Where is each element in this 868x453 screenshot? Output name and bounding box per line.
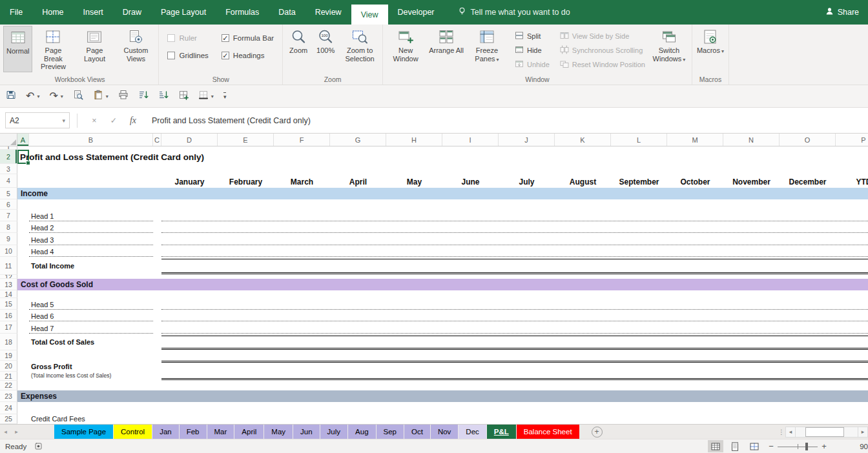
sheet-tab-sample-page[interactable]: Sample Page bbox=[54, 425, 113, 439]
row-cells-22[interactable] bbox=[17, 381, 868, 390]
row-header-17[interactable]: 17 bbox=[0, 321, 17, 334]
row-header-24[interactable]: 24 bbox=[0, 402, 17, 414]
insert-function-icon[interactable]: fx bbox=[123, 116, 143, 126]
column-header-n[interactable]: N bbox=[723, 134, 780, 146]
zoom-percent-label[interactable]: 90 bbox=[851, 443, 868, 450]
customize-quick-access-toolbar-button[interactable]: ▾ bbox=[223, 92, 227, 100]
tab-scrollbar-splitter[interactable]: ⋮ bbox=[778, 425, 785, 439]
sheet-tab-may[interactable]: May bbox=[264, 425, 293, 439]
zoom-out-icon[interactable]: − bbox=[766, 441, 776, 451]
row-cells-20[interactable]: Gross Profit bbox=[17, 361, 868, 372]
row-header-5[interactable]: 5 bbox=[0, 188, 17, 199]
new-window-button[interactable]: New Window bbox=[385, 26, 426, 72]
enter-icon[interactable]: ✓ bbox=[104, 116, 123, 125]
ribbon-tab-data[interactable]: Data bbox=[269, 0, 305, 25]
select-all-corner[interactable] bbox=[0, 134, 17, 146]
sheet-nav-left-icon[interactable]: ◂ bbox=[0, 425, 11, 439]
page-break-preview-button[interactable]: Page Break Preview bbox=[32, 26, 74, 72]
arrange-all-button[interactable]: Arrange All bbox=[426, 26, 466, 72]
column-header-g[interactable]: G bbox=[330, 134, 386, 146]
row-cells-6[interactable] bbox=[17, 199, 868, 210]
column-header-e[interactable]: E bbox=[218, 134, 274, 146]
tell-me-box[interactable]: Tell me what you want to do bbox=[457, 0, 570, 25]
row-header-19[interactable]: 19 bbox=[0, 350, 17, 361]
sheet-tab-balance-sheet[interactable]: Balance Sheet bbox=[517, 425, 579, 439]
zoom-slider-thumb[interactable] bbox=[805, 443, 808, 450]
row-cells-5[interactable]: Income bbox=[17, 188, 868, 199]
row-header-15[interactable]: 15 bbox=[0, 298, 17, 310]
normal-view-button[interactable] bbox=[708, 440, 723, 452]
row-cells-15[interactable]: Head 5 bbox=[17, 298, 868, 310]
sheet-tab-mar[interactable]: Mar bbox=[207, 425, 234, 439]
row-cells-3[interactable] bbox=[17, 164, 868, 174]
zoom-slider[interactable] bbox=[778, 442, 818, 451]
row-header-3[interactable]: 3 bbox=[0, 164, 17, 174]
row-header-16[interactable]: 16 bbox=[0, 310, 17, 321]
ribbon-tab-home[interactable]: Home bbox=[32, 0, 73, 25]
macro-record-icon[interactable] bbox=[34, 442, 43, 450]
sheet-tab-feb[interactable]: Feb bbox=[180, 425, 207, 439]
page-layout-button[interactable]: Page Layout bbox=[74, 26, 115, 72]
page-layout-view-button[interactable] bbox=[727, 440, 743, 452]
row-cells-9[interactable]: Head 3 bbox=[17, 233, 868, 245]
row-cells-4[interactable]: JanuaryFebruaryMarchAprilMayJuneJulyAugu… bbox=[17, 174, 868, 188]
row-cells-11[interactable]: Total Income bbox=[17, 257, 868, 275]
row-cells-18[interactable]: Total Cost of Sales bbox=[17, 334, 868, 350]
sheet-tab-sep[interactable]: Sep bbox=[377, 425, 404, 439]
row-header-11[interactable]: 11 bbox=[0, 257, 17, 275]
column-header-i[interactable]: I bbox=[442, 134, 499, 146]
ribbon-tab-view[interactable]: View bbox=[351, 5, 388, 25]
row-header-7[interactable]: 7 bbox=[0, 210, 17, 221]
ribbon-tab-review[interactable]: Review bbox=[305, 0, 351, 25]
column-header-a[interactable]: A bbox=[17, 134, 29, 146]
column-header-o[interactable]: O bbox=[780, 134, 836, 146]
row-header-20[interactable]: 20 bbox=[0, 361, 17, 372]
sheet-tab-p-l[interactable]: P&L bbox=[487, 425, 516, 439]
row-cells-2[interactable]: Profit and Loss Statement (Credit Card o… bbox=[17, 150, 868, 164]
row-header-4[interactable]: 4 bbox=[0, 174, 17, 188]
row-cells-19[interactable] bbox=[17, 350, 868, 361]
share-button[interactable]: Share bbox=[825, 0, 859, 25]
row-header-22[interactable]: 22 bbox=[0, 381, 17, 390]
sheet-tab-jan[interactable]: Jan bbox=[152, 425, 179, 439]
row-cells-25[interactable]: Credit Card Fees bbox=[17, 414, 868, 424]
custom-views-button[interactable]: Custom Views bbox=[115, 26, 156, 72]
row-cells-17[interactable]: Head 7 bbox=[17, 321, 868, 334]
sheet-nav-right-icon[interactable]: ▸ bbox=[11, 425, 22, 439]
zoom-in-icon[interactable]: + bbox=[819, 441, 829, 451]
ribbon-tab-file[interactable]: File bbox=[0, 0, 32, 25]
horizontal-scrollbar[interactable]: ◂ ▸ bbox=[785, 425, 868, 439]
sheet-tab-april[interactable]: April bbox=[234, 425, 264, 439]
sort-ascending-button[interactable] bbox=[138, 90, 149, 103]
checkbox-formula-bar[interactable]: ✓Formula Bar bbox=[222, 34, 274, 42]
sheet-tab-aug[interactable]: Aug bbox=[348, 425, 375, 439]
sheet-tab-jun[interactable]: Jun bbox=[293, 425, 320, 439]
row-header-14[interactable]: 14 bbox=[0, 290, 17, 298]
row-header-9[interactable]: 9 bbox=[0, 233, 17, 245]
checkbox-headings[interactable]: ✓Headings bbox=[222, 52, 274, 59]
sheet-tab-dec[interactable]: Dec bbox=[459, 425, 486, 439]
row-header-13[interactable]: 13 bbox=[0, 279, 17, 290]
ribbon-tab-developer[interactable]: Developer bbox=[388, 0, 444, 25]
scrollbar-track[interactable] bbox=[796, 427, 858, 438]
column-header-h[interactable]: H bbox=[386, 134, 442, 146]
column-header-b[interactable]: B bbox=[29, 134, 153, 146]
row-header-6[interactable]: 6 bbox=[0, 199, 17, 210]
borders-button[interactable]: ▾ bbox=[198, 90, 214, 103]
normal-button[interactable]: Normal bbox=[3, 26, 32, 72]
scrollbar-thumb[interactable] bbox=[805, 427, 844, 437]
undo-button[interactable]: ↶▾ bbox=[26, 91, 39, 101]
insert-cells-button[interactable] bbox=[178, 90, 189, 103]
scroll-left-icon[interactable]: ◂ bbox=[785, 427, 796, 438]
redo-button[interactable]: ↷▾ bbox=[49, 91, 63, 101]
column-header-k[interactable]: K bbox=[555, 134, 611, 146]
checkbox-ruler[interactable]: Ruler bbox=[167, 34, 208, 42]
column-header-c[interactable]: C bbox=[153, 134, 161, 146]
cancel-icon[interactable]: × bbox=[85, 116, 104, 125]
macros-button[interactable]: Macros▾ bbox=[694, 26, 727, 72]
row-cells-14[interactable] bbox=[17, 290, 868, 298]
ribbon-tab-insert[interactable]: Insert bbox=[74, 0, 113, 25]
formula-bar-input[interactable]: Profit and Loss Statement (Credit Card o… bbox=[152, 116, 311, 125]
column-header-j[interactable]: J bbox=[499, 134, 555, 146]
checkbox-gridlines[interactable]: Gridlines bbox=[167, 52, 208, 59]
